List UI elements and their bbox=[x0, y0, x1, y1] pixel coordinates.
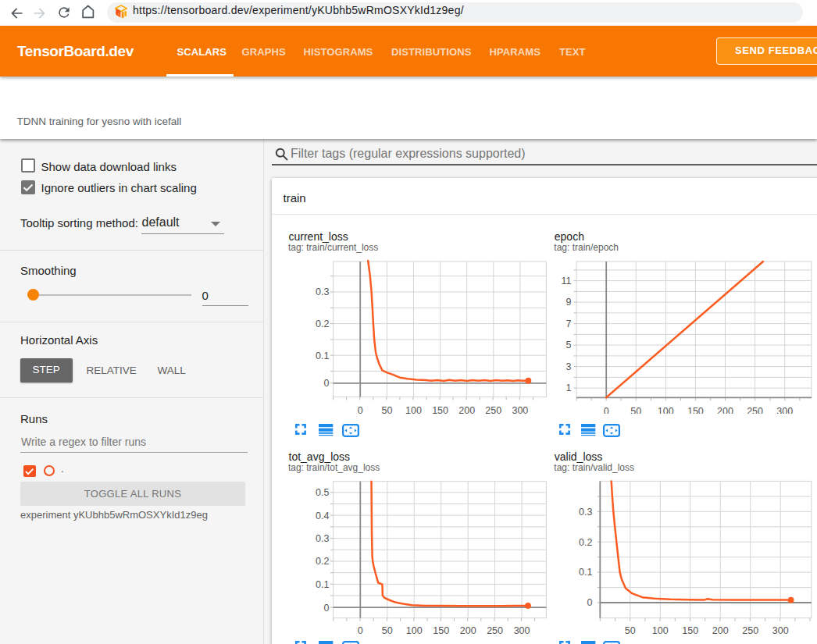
svg-text:0: 0 bbox=[358, 625, 363, 636]
svg-text:0: 0 bbox=[323, 603, 329, 614]
svg-text:300: 300 bbox=[776, 406, 793, 414]
svg-text:0.3: 0.3 bbox=[316, 286, 329, 297]
svg-text:5: 5 bbox=[566, 340, 572, 350]
svg-text:250: 250 bbox=[487, 625, 503, 636]
svg-text:0.2: 0.2 bbox=[316, 318, 329, 329]
svg-text:50: 50 bbox=[381, 405, 392, 414]
svg-text:0: 0 bbox=[358, 405, 363, 414]
svg-text:0.2: 0.2 bbox=[579, 537, 592, 548]
svg-text:3: 3 bbox=[566, 361, 572, 372]
svg-text:0.1: 0.1 bbox=[316, 579, 329, 590]
svg-text:0.2: 0.2 bbox=[316, 556, 329, 567]
svg-text:0.1: 0.1 bbox=[316, 350, 329, 361]
svg-text:9: 9 bbox=[566, 297, 572, 308]
svg-text:0.4: 0.4 bbox=[316, 511, 329, 521]
svg-text:150: 150 bbox=[687, 406, 704, 414]
svg-text:100: 100 bbox=[405, 405, 422, 414]
svg-text:0: 0 bbox=[323, 378, 329, 389]
svg-text:300: 300 bbox=[512, 405, 528, 414]
svg-text:0.3: 0.3 bbox=[316, 533, 329, 544]
svg-text:0.5: 0.5 bbox=[316, 487, 329, 498]
svg-text:100: 100 bbox=[406, 625, 423, 636]
svg-text:250: 250 bbox=[485, 405, 501, 414]
svg-text:150: 150 bbox=[433, 625, 449, 636]
svg-text:200: 200 bbox=[458, 405, 475, 414]
svg-text:50: 50 bbox=[625, 625, 636, 636]
svg-text:250: 250 bbox=[747, 406, 763, 414]
svg-text:100: 100 bbox=[652, 625, 669, 636]
svg-text:0.1: 0.1 bbox=[579, 567, 592, 578]
svg-text:0: 0 bbox=[587, 597, 593, 608]
svg-text:7: 7 bbox=[566, 318, 572, 329]
svg-text:11: 11 bbox=[562, 276, 572, 286]
svg-text:300: 300 bbox=[772, 625, 789, 636]
svg-text:100: 100 bbox=[658, 406, 674, 414]
svg-text:50: 50 bbox=[630, 406, 641, 414]
svg-text:0.3: 0.3 bbox=[579, 507, 592, 518]
svg-text:250: 250 bbox=[742, 625, 758, 636]
svg-text:50: 50 bbox=[382, 625, 393, 636]
svg-text:150: 150 bbox=[682, 625, 698, 636]
svg-text:200: 200 bbox=[717, 406, 733, 414]
svg-text:150: 150 bbox=[432, 405, 448, 414]
svg-text:1: 1 bbox=[566, 382, 572, 393]
svg-text:200: 200 bbox=[460, 625, 476, 636]
svg-text:300: 300 bbox=[514, 625, 530, 636]
svg-text:0: 0 bbox=[604, 406, 609, 414]
svg-text:200: 200 bbox=[712, 625, 729, 636]
